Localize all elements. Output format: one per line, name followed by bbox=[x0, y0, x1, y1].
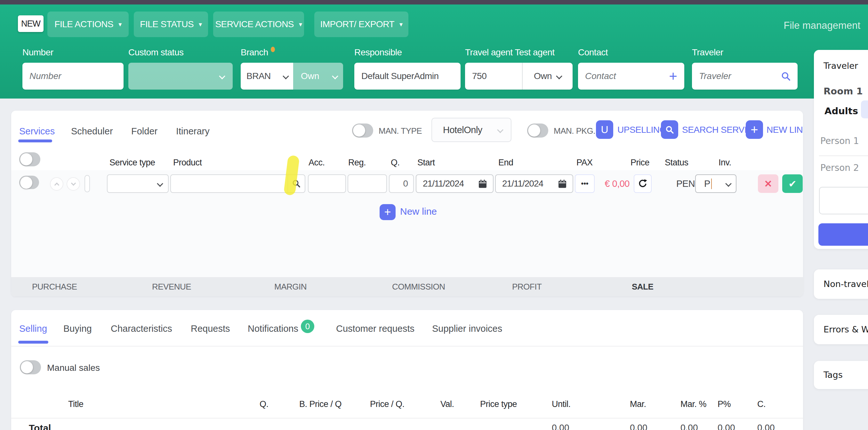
add-line-icon[interactable]: + bbox=[380, 204, 396, 220]
total-p-pct: 0.00 bbox=[718, 423, 735, 430]
pax-button[interactable]: ••• bbox=[575, 174, 595, 193]
tags-title[interactable]: Tags bbox=[824, 370, 843, 380]
chevron-down-icon bbox=[556, 73, 562, 79]
divider bbox=[11, 418, 803, 419]
branch-label-text: Branch bbox=[241, 47, 268, 57]
service-type-select[interactable] bbox=[107, 174, 169, 193]
man-type-label: MAN. TYPE bbox=[379, 126, 422, 136]
calendar-icon[interactable] bbox=[477, 178, 488, 189]
file-actions-button[interactable]: FILE ACTIONS▾ bbox=[48, 11, 129, 37]
delete-row-button[interactable]: ✕ bbox=[758, 174, 778, 193]
invoice-value: P bbox=[704, 178, 712, 189]
chevron-down-icon bbox=[219, 73, 225, 79]
col-inv: Inv. bbox=[718, 158, 731, 168]
tab-characteristics[interactable]: Characteristics bbox=[111, 324, 172, 334]
end-date-input[interactable]: 21/11/2024 bbox=[495, 174, 573, 193]
chevron-down-icon bbox=[157, 180, 163, 187]
drag-handle[interactable] bbox=[85, 175, 90, 192]
tab-scheduler[interactable]: Scheduler bbox=[71, 126, 113, 137]
number-label: Number bbox=[22, 47, 54, 58]
search-icon[interactable] bbox=[780, 71, 791, 81]
man-pkg-label: MAN. PKG. bbox=[554, 126, 595, 136]
refresh-button[interactable] bbox=[634, 174, 652, 193]
badge-count: 0 bbox=[305, 322, 310, 331]
search-service-icon[interactable] bbox=[661, 120, 678, 139]
calendar-icon[interactable] bbox=[557, 178, 567, 189]
tab-itinerary[interactable]: Itinerary bbox=[176, 126, 210, 137]
active-tab-underline bbox=[18, 341, 48, 343]
manual-sales-toggle[interactable] bbox=[20, 360, 41, 374]
upselling-button[interactable]: UPSELLING bbox=[617, 125, 666, 135]
add-line-button[interactable]: New line bbox=[400, 206, 437, 217]
tab-buying[interactable]: Buying bbox=[63, 324, 92, 334]
file-status-button[interactable]: FILE STATUS▾ bbox=[134, 11, 208, 37]
man-type-toggle[interactable] bbox=[352, 124, 373, 138]
traveler-name-input[interactable] bbox=[819, 187, 868, 214]
page-title: File management bbox=[783, 20, 860, 31]
total-mar: 0.00 bbox=[630, 423, 648, 430]
travel-agent-ownership-select[interactable]: Own bbox=[523, 71, 572, 81]
travel-agent-label: Travel agent Test agent bbox=[465, 47, 555, 58]
branch-select[interactable]: BRAN bbox=[241, 63, 293, 90]
invoice-select[interactable]: P bbox=[695, 174, 737, 193]
confirm-row-button[interactable]: ✔ bbox=[782, 174, 803, 193]
tab-folder[interactable]: Folder bbox=[131, 126, 157, 137]
col-mar: Mar. bbox=[630, 399, 646, 409]
col-pax: PAX bbox=[577, 158, 593, 168]
tab-requests[interactable]: Requests bbox=[191, 324, 230, 334]
non-travelers-title[interactable]: Non-travele bbox=[824, 279, 868, 289]
total-c: 0.00 bbox=[757, 423, 775, 430]
branch-ownership-select[interactable]: Own bbox=[293, 63, 343, 90]
tab-notifications[interactable]: Notifications bbox=[248, 324, 298, 334]
contact-input[interactable]: Contact + bbox=[578, 63, 684, 90]
custom-status-label: Custom status bbox=[128, 47, 183, 58]
col-p-pct: P% bbox=[718, 399, 731, 409]
custom-status-select[interactable] bbox=[128, 63, 233, 90]
col-acc: Acc. bbox=[309, 158, 325, 168]
branch-label: Branch bbox=[241, 47, 275, 58]
traveler-card: Traveler Room 1 Adults Person 1 Person 2 bbox=[814, 50, 868, 249]
caret-down-icon: ▾ bbox=[399, 21, 403, 28]
sidebar-action-button[interactable] bbox=[818, 223, 868, 246]
service-actions-button[interactable]: SERVICE ACTIONS▾ bbox=[213, 11, 304, 37]
start-date-value: 21/11/2024 bbox=[423, 178, 464, 189]
adults-count-field[interactable] bbox=[861, 100, 868, 119]
col-val: Val. bbox=[440, 399, 454, 409]
summary-commission: COMMISSION bbox=[392, 282, 445, 292]
new-line-icon[interactable]: + bbox=[746, 120, 763, 139]
tags-card: Tags bbox=[814, 361, 868, 389]
new-button[interactable]: NEW bbox=[18, 15, 43, 32]
upselling-icon[interactable]: U bbox=[596, 120, 613, 139]
traveler-input[interactable]: Traveler bbox=[692, 63, 798, 90]
responsible-input[interactable]: Default SuperAdmin bbox=[354, 63, 461, 90]
col-quantity: Q. bbox=[391, 158, 400, 168]
tab-customer-requests[interactable]: Customer requests bbox=[336, 324, 414, 334]
status-value: PEN bbox=[676, 178, 695, 189]
window-top-strip bbox=[0, 0, 868, 4]
tab-supplier-invoices[interactable]: Supplier invoices bbox=[432, 324, 502, 334]
tab-services[interactable]: Services bbox=[19, 126, 55, 137]
package-type-select[interactable]: HotelOnly bbox=[431, 118, 512, 142]
travel-agent-number: 750 bbox=[465, 71, 522, 81]
acc-input[interactable] bbox=[308, 174, 346, 193]
row-toggle[interactable] bbox=[19, 176, 39, 189]
import-export-button[interactable]: IMPORT/ EXPORT▾ bbox=[314, 11, 408, 37]
start-date-input[interactable]: 21/11/2024 bbox=[416, 174, 494, 193]
responsible-label: Responsible bbox=[354, 47, 402, 58]
import-export-label: IMPORT/ EXPORT bbox=[320, 19, 394, 29]
move-down-button[interactable] bbox=[67, 177, 80, 191]
select-all-toggle[interactable] bbox=[19, 152, 40, 166]
errors-warnings-title[interactable]: Errors & Wa bbox=[824, 324, 868, 334]
new-line-button[interactable]: NEW LINE bbox=[767, 125, 803, 135]
tab-selling[interactable]: Selling bbox=[19, 324, 47, 334]
man-pkg-toggle[interactable] bbox=[527, 124, 548, 138]
number-input[interactable]: Number bbox=[22, 63, 124, 90]
person-1-item[interactable]: Person 1 bbox=[820, 136, 859, 146]
total-label: Total bbox=[29, 423, 51, 430]
reg-input[interactable] bbox=[348, 174, 387, 193]
add-contact-icon[interactable]: + bbox=[669, 69, 677, 83]
travel-agent-field[interactable]: 750 Own bbox=[465, 63, 572, 90]
move-up-button[interactable] bbox=[50, 177, 63, 191]
quantity-input[interactable]: 0 bbox=[389, 174, 414, 193]
person-2-item[interactable]: Person 2 bbox=[820, 163, 859, 173]
